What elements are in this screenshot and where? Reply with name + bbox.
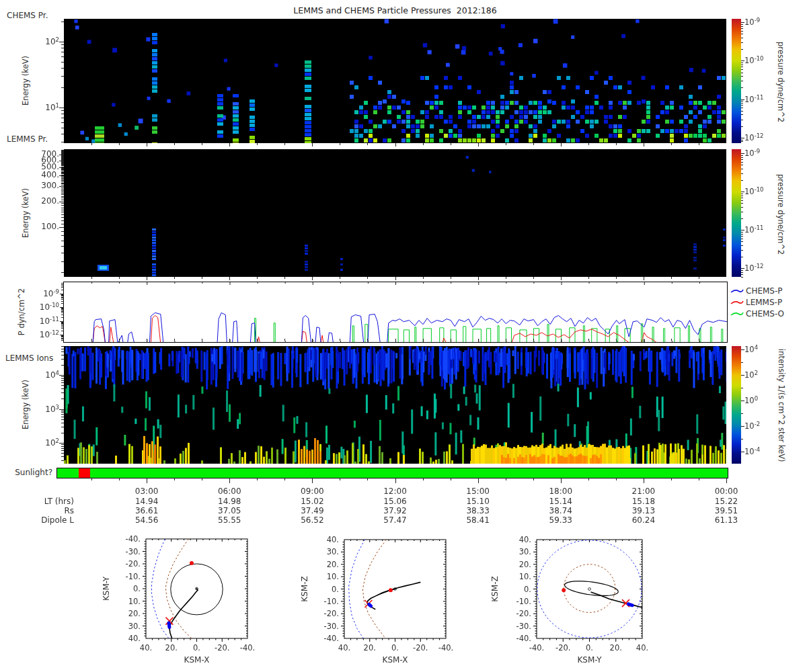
panel-time-tick <box>395 277 396 280</box>
orbit-curve <box>367 582 420 609</box>
panel-time-tick <box>119 277 120 279</box>
energy-minor-tick <box>61 217 64 218</box>
energy-tick-label: 200. <box>32 196 59 206</box>
panel-time-tick <box>588 277 589 279</box>
energy-minor-tick <box>61 382 64 383</box>
panel-time-tick <box>533 277 534 279</box>
y-tick-label: -30. <box>126 547 141 556</box>
colorbar-tick <box>741 153 744 154</box>
panel-time-tick <box>644 339 644 342</box>
panel-time-tick <box>451 277 451 279</box>
panel-time-tick <box>147 339 147 342</box>
energy-minor-tick <box>61 165 64 165</box>
pressure-minor-tick <box>61 308 64 309</box>
time-tick-label: 09:00 <box>297 487 327 496</box>
y-tick-label: -10. <box>126 572 141 581</box>
pressure-minor-tick <box>61 295 64 296</box>
energy-minor-tick <box>61 220 64 221</box>
ephemeris-value: 37.49 <box>297 506 327 515</box>
orbit-ellipse <box>565 581 619 596</box>
time-axis-tick <box>699 478 699 480</box>
ephemeris-value: 38.74 <box>546 506 576 515</box>
ephemeris-value: 55.55 <box>215 515 244 525</box>
pressure-minor-tick <box>61 303 64 304</box>
energy-tick <box>59 42 64 42</box>
panel-time-tick <box>616 277 617 279</box>
energy-tick-label: 102 <box>32 437 59 448</box>
colorbar-minor-tick <box>741 140 743 140</box>
y-tick-label: 40. <box>128 634 141 643</box>
energy-minor-tick <box>61 385 64 386</box>
energy-minor-tick <box>61 177 64 178</box>
panel-time-tick <box>616 143 617 145</box>
panel-time-tick <box>395 143 396 146</box>
time-axis-tick <box>340 478 340 480</box>
colorbar-minor-tick <box>741 277 743 278</box>
panel-time-tick <box>174 143 175 145</box>
pressure-minor-tick <box>61 314 64 315</box>
energy-minor-tick <box>61 460 64 461</box>
colorbar-tick <box>741 192 744 192</box>
time-axis-tick <box>671 478 672 480</box>
colorbar-tick-label: 104 <box>744 344 758 354</box>
panel-time-tick <box>229 277 230 280</box>
colorbar-tick-label: 10-9 <box>744 148 760 158</box>
pressure-minor-tick <box>61 310 64 311</box>
panel-time-tick <box>91 277 92 279</box>
energy-minor-tick <box>61 185 64 185</box>
panel-time-tick <box>395 339 396 342</box>
x-tick-label: 0. <box>391 643 399 653</box>
pressure-tick-label: 10-10 <box>31 302 59 312</box>
colorbar-tick <box>741 349 744 350</box>
colorbar-minor-tick <box>741 34 743 34</box>
energy-tick <box>59 443 64 444</box>
time-axis-tick <box>506 478 506 480</box>
colorbar-tick <box>741 138 744 138</box>
orbit-plot-ksmx-ksmz: 40.20.0.-20.-40.40.30.20.10.0.-10.-20.-3… <box>293 531 461 672</box>
energy-minor-tick <box>61 150 64 151</box>
ephemeris-value: 14.98 <box>215 497 244 506</box>
panel-time-tick <box>699 339 699 341</box>
colorbar-minor-tick <box>741 101 743 101</box>
y-tick-label: 20. <box>128 609 141 618</box>
x-tick-label: -40. <box>240 643 255 653</box>
ephemeris-value: 37.05 <box>215 506 244 515</box>
colorbar-tick <box>741 401 744 401</box>
ephemeris-value: 54.56 <box>132 515 161 525</box>
ephemeris-value: 57.47 <box>381 515 410 525</box>
spacecraft-segment-marker <box>169 623 169 627</box>
panel-time-tick <box>284 277 285 279</box>
panel-time-tick <box>644 277 644 280</box>
colorbar-minor-tick <box>741 103 743 103</box>
colorbar-tick <box>741 60 744 61</box>
energy-minor-tick <box>61 412 64 413</box>
panel-time-tick <box>478 143 479 146</box>
y-axis-name: KSM-Y <box>102 576 111 601</box>
pressure-minor-tick <box>61 283 64 284</box>
figure-root: LEMMS and CHEMS Particle Pressures 2012:… <box>0 0 807 672</box>
ephemeris-value: 15.10 <box>463 497 493 506</box>
y-tick-label: 30. <box>327 547 339 556</box>
orbit-circle <box>564 564 615 613</box>
pressure-minor-tick <box>61 308 64 308</box>
colorbar-tick-label: 10-4 <box>744 446 760 456</box>
x-axis-name: KSM-X <box>184 655 210 665</box>
energy-minor-tick <box>61 456 64 457</box>
colorbar-tick <box>741 230 744 230</box>
energy-minor-tick <box>61 76 64 77</box>
panel-time-tick <box>533 339 534 341</box>
time-axis-tick <box>147 478 147 483</box>
pressure-tick-label: 10-12 <box>31 329 59 339</box>
colorbar-tick-label: 10-11 <box>744 94 764 104</box>
energy-minor-tick <box>61 169 64 169</box>
x-tick-label: 20. <box>165 643 178 653</box>
y-tick-label: 0. <box>332 585 339 594</box>
energy-minor-tick <box>61 359 64 360</box>
colorbar-minor-tick <box>741 194 743 194</box>
ephemeris-row-label: Dipole L <box>13 515 74 525</box>
panel-time-tick <box>506 339 506 341</box>
ephemeris-value: 39.13 <box>629 506 658 515</box>
ephemeris-value: 15.22 <box>712 497 741 506</box>
x-tick-label: -40. <box>529 643 544 653</box>
energy-minor-tick <box>61 419 64 420</box>
